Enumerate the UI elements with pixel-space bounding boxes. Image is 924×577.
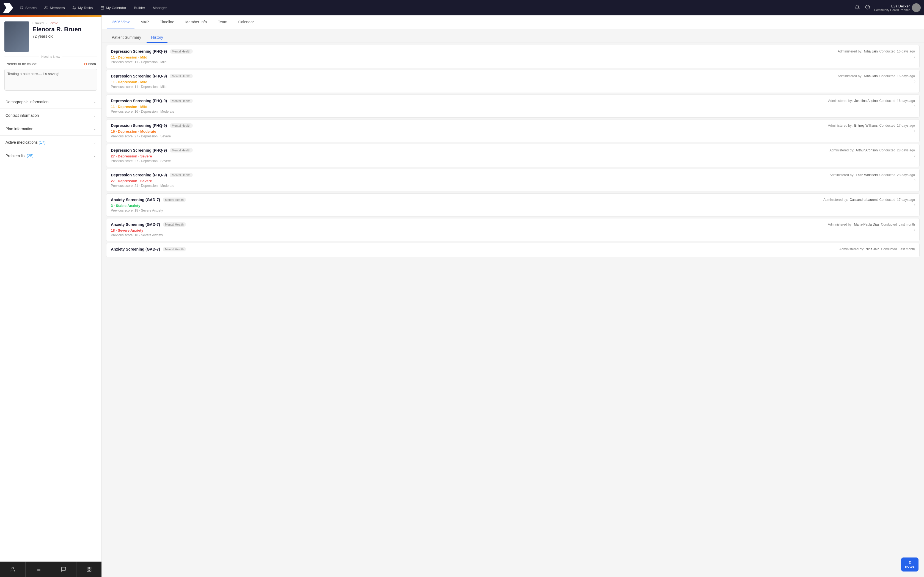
subtab-history[interactable]: History: [147, 32, 168, 43]
screening-list: Depression Screening (PHQ-9) Mental Heal…: [102, 43, 924, 261]
chevron-right-icon: ›: [914, 103, 916, 108]
card-title: Depression Screening (PHQ-9): [111, 123, 167, 128]
chevron-right-icon: ›: [914, 227, 916, 232]
user-profile-area[interactable]: Eva Decker Community Health Partner: [874, 3, 921, 12]
screening-card[interactable]: Anxiety Screening (GAD-7) Mental Health …: [106, 218, 919, 241]
nav-manager[interactable]: Manager: [150, 4, 170, 11]
nav-builder[interactable]: Builder: [131, 4, 148, 11]
patient-name: Elenora R. Bruen: [32, 26, 97, 33]
prev-score: Previous score: 11 · Depression · Mild: [111, 60, 915, 64]
score-value: 11 · Depression · Mild: [111, 105, 147, 109]
card-badge: Mental Health: [163, 222, 186, 227]
accordion-demographic-label: Demographic information: [5, 100, 48, 104]
notifications-button[interactable]: [853, 3, 861, 12]
prev-score: Previous score: 16 · Depression · Modera…: [111, 110, 915, 113]
help-button[interactable]: [864, 3, 872, 12]
search-icon: [20, 6, 24, 10]
tab-timeline[interactable]: Timeline: [155, 15, 179, 29]
grid-action-button[interactable]: [76, 562, 102, 577]
patient-age: 72 years old: [32, 34, 97, 39]
chevron-down-icon: ⌄: [93, 140, 96, 144]
card-meta: Administered by: Arthur Aronson Conducte…: [829, 148, 915, 152]
user-avatar[interactable]: [912, 3, 921, 12]
card-title: Anxiety Screening (GAD-7): [111, 247, 160, 251]
card-meta: Administered by: Britney Williams Conduc…: [828, 124, 915, 127]
svg-point-2: [45, 6, 47, 8]
prev-score: Previous score: 27 · Depression · Severe: [111, 159, 915, 163]
score-value: 16 · Depression · Moderate: [111, 129, 156, 134]
enrollment-status: Enrolled • Severe: [32, 21, 97, 25]
accordion-problems-header[interactable]: Problem list (25) ⌄: [0, 149, 102, 163]
prefers-called-row: Prefers to be called: ⊙ Nora: [5, 61, 97, 66]
nav-builder-label: Builder: [134, 6, 145, 10]
svg-rect-18: [90, 570, 91, 572]
tab-member-info[interactable]: Member Info: [180, 15, 212, 29]
screening-card[interactable]: Depression Screening (PHQ-9) Mental Heal…: [106, 45, 919, 68]
grid-icon: [86, 567, 92, 572]
screening-card[interactable]: Anxiety Screening (GAD-7) Mental Health …: [106, 243, 919, 257]
screening-card[interactable]: Depression Screening (PHQ-9) Mental Heal…: [106, 95, 919, 118]
screening-card[interactable]: Depression Screening (PHQ-9) Mental Heal…: [106, 169, 919, 192]
card-meta: Administered by: Niha Jain Conducted 16 …: [838, 74, 915, 78]
card-badge: Mental Health: [170, 49, 193, 53]
nav-members[interactable]: Members: [41, 4, 68, 11]
svg-rect-19: [87, 570, 89, 572]
card-title: Anxiety Screening (GAD-7): [111, 222, 160, 227]
notes-count: 2: [905, 560, 915, 565]
list-action-button[interactable]: [26, 562, 51, 577]
score-value: 27 · Depression · Severe: [111, 179, 152, 183]
chevron-down-icon: ⌄: [93, 100, 96, 104]
screening-card[interactable]: Anxiety Screening (GAD-7) Mental Health …: [106, 193, 919, 216]
card-meta: Administered by: Niha Jain Conducted Las…: [839, 247, 915, 251]
nav-tasks[interactable]: My Tasks: [69, 4, 96, 11]
subtab-bar: Patient Summary History: [102, 29, 924, 43]
card-badge: Mental Health: [170, 123, 193, 128]
card-title: Depression Screening (PHQ-9): [111, 148, 167, 153]
chevron-right-icon: ›: [914, 248, 916, 253]
accordion-plan-header[interactable]: Plan information ⌄: [0, 122, 102, 135]
tab-360-view[interactable]: 360° View: [107, 15, 134, 29]
nav-search[interactable]: Search: [16, 4, 40, 11]
prefers-called-label: Prefers to be called:: [5, 62, 37, 66]
subtab-patient-summary[interactable]: Patient Summary: [107, 32, 145, 43]
accordion-contact: Contact information ⌄: [0, 108, 102, 122]
card-badge: Mental Health: [163, 247, 186, 251]
accordion-plan-label: Plan information: [5, 127, 33, 131]
top-navigation: Search Members My Tasks My Calendar Buil…: [0, 0, 924, 15]
accordion-medications: Active medications (17) ⌄: [0, 135, 102, 149]
profile-action-button[interactable]: [0, 562, 26, 577]
patient-note[interactable]: Testing a note here.... it's saving!: [5, 69, 97, 91]
prefers-called-value: ⊙ Nora: [84, 61, 96, 66]
tab-calendar[interactable]: Calendar: [233, 15, 259, 29]
chevron-down-icon: ⌄: [93, 154, 96, 158]
accordion-medications-header[interactable]: Active medications (17) ⌄: [0, 136, 102, 149]
members-icon: [44, 6, 48, 10]
card-title: Depression Screening (PHQ-9): [111, 49, 167, 53]
nav-members-label: Members: [50, 6, 65, 10]
card-title: Depression Screening (PHQ-9): [111, 98, 167, 103]
card-title: Depression Screening (PHQ-9): [111, 173, 167, 177]
svg-rect-3: [101, 6, 104, 9]
tab-map[interactable]: MAP: [136, 15, 154, 29]
svg-point-9: [12, 567, 14, 569]
accordion-demographic-header[interactable]: Demographic information ⌄: [0, 95, 102, 108]
accordion-contact-header[interactable]: Contact information ⌄: [0, 109, 102, 122]
card-meta: Administered by: Josefina Aquino Conduct…: [828, 99, 915, 103]
patient-photo: [5, 21, 29, 52]
screening-card[interactable]: Depression Screening (PHQ-9) Mental Heal…: [106, 144, 919, 167]
screening-card[interactable]: Depression Screening (PHQ-9) Mental Heal…: [106, 119, 919, 142]
tab-team[interactable]: Team: [213, 15, 232, 29]
nav-calendar[interactable]: My Calendar: [97, 4, 129, 11]
prev-score: Previous score: 11 · Depression · Mild: [111, 85, 915, 89]
notes-badge-button[interactable]: 2 notes: [901, 558, 919, 572]
score-value: 3 · Stable Anxiety: [111, 204, 140, 208]
svg-rect-17: [90, 567, 91, 569]
screening-card[interactable]: Depression Screening (PHQ-9) Mental Heal…: [106, 70, 919, 93]
app-logo[interactable]: [3, 3, 13, 13]
card-badge: Mental Health: [170, 98, 193, 103]
card-badge: Mental Health: [170, 74, 193, 78]
chat-action-button[interactable]: [51, 562, 77, 577]
card-meta: Administered by: Maria-Paula Diaz Conduc…: [828, 222, 915, 226]
nav-calendar-label: My Calendar: [106, 6, 126, 10]
svg-point-0: [20, 6, 23, 9]
